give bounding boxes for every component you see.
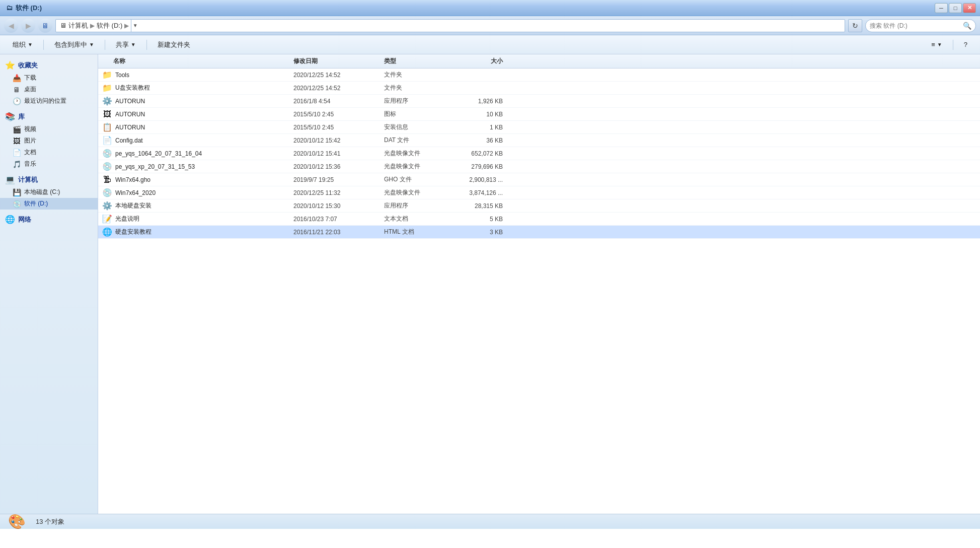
- window-icon: 🗂: [6, 4, 13, 12]
- search-input[interactable]: [870, 22, 959, 29]
- sidebar-header-favorites[interactable]: ⭐ 收藏夹: [0, 58, 98, 72]
- sidebar-item-local-c-label: 本地磁盘 (C:): [24, 188, 60, 196]
- sidebar-item-desktop[interactable]: 🖥 桌面: [0, 84, 98, 95]
- table-row[interactable]: 🖼 AUTORUN 2015/5/10 2:45 图标 10 KB: [98, 108, 980, 121]
- back-button[interactable]: ◀: [4, 19, 18, 33]
- view-dropdown-icon: ▼: [937, 42, 942, 47]
- forward-button[interactable]: ▶: [21, 19, 35, 33]
- file-cell-size: 652,072 KB: [450, 150, 511, 157]
- table-row[interactable]: 🌐 硬盘安装教程 2016/11/21 22:03 HTML 文档 3 KB: [98, 226, 980, 239]
- sidebar-item-software-d-label: 软件 (D:): [24, 199, 48, 208]
- table-row[interactable]: 🗜 Win7x64.gho 2019/9/7 19:25 GHO 文件 2,90…: [98, 173, 980, 186]
- file-name: 本地硬盘安装: [115, 201, 152, 210]
- table-row[interactable]: 📁 U盘安装教程 2020/12/25 14:52 文件夹: [98, 82, 980, 95]
- view-icon: ≡: [931, 41, 935, 48]
- file-cell-date: 2020/12/25 11:32: [289, 189, 380, 196]
- sidebar-item-document[interactable]: 📄 文档: [0, 147, 98, 158]
- up-button[interactable]: 🖥: [38, 19, 52, 33]
- file-icon: ⚙️: [102, 201, 112, 211]
- sidebar-item-music[interactable]: 🎵 音乐: [0, 158, 98, 170]
- file-name: 硬盘安装教程: [115, 228, 152, 236]
- search-icon[interactable]: 🔍: [962, 21, 971, 30]
- file-cell-date: 2015/5/10 2:45: [289, 111, 380, 118]
- file-icon: ⚙️: [102, 96, 112, 106]
- col-header-size[interactable]: 大小: [450, 57, 511, 65]
- sidebar-item-video[interactable]: 🎬 视频: [0, 123, 98, 135]
- maximize-button[interactable]: □: [949, 3, 962, 13]
- file-icon: 📄: [102, 135, 112, 146]
- table-row[interactable]: 📝 光盘说明 2016/10/23 7:07 文本文档 5 KB: [98, 213, 980, 226]
- file-icon: 🗜: [102, 175, 112, 185]
- software-d-icon: 💿: [12, 200, 21, 208]
- sidebar-item-picture[interactable]: 🖼 图片: [0, 135, 98, 147]
- table-row[interactable]: 💿 pe_yqs_xp_20_07_31_15_53 2020/10/12 15…: [98, 160, 980, 173]
- toolbar-right: ≡ ▼ ?: [925, 38, 974, 52]
- address-path[interactable]: 🖥 计算机 ▶ 软件 (D:) ▶ ▼: [55, 19, 845, 32]
- file-name: Tools: [115, 72, 129, 79]
- close-button[interactable]: ✕: [963, 3, 976, 13]
- sidebar-header-library[interactable]: 📚 库: [0, 110, 98, 123]
- sidebar-section-computer: 💻 计算机 💾 本地磁盘 (C:) 💿 软件 (D:): [0, 173, 98, 210]
- file-name: Win7x64.gho: [115, 176, 150, 183]
- file-cell-size: 1 KB: [450, 124, 511, 131]
- include-library-button[interactable]: 包含到库中 ▼: [48, 38, 101, 52]
- table-row[interactable]: 💿 pe_yqs_1064_20_07_31_16_04 2020/10/12 …: [98, 147, 980, 160]
- sidebar-item-software-d[interactable]: 💿 软件 (D:): [0, 198, 98, 210]
- file-cell-type: 光盘映像文件: [380, 149, 450, 158]
- col-header-date[interactable]: 修改日期: [289, 57, 380, 65]
- share-button[interactable]: 共享 ▼: [109, 38, 142, 52]
- file-cell-size: 3,874,126 ...: [450, 189, 511, 196]
- sidebar-item-video-label: 视频: [24, 125, 36, 133]
- video-icon: 🎬: [12, 125, 21, 133]
- library-icon: 📚: [5, 112, 15, 121]
- sidebar-item-recent[interactable]: 🕐 最近访问的位置: [0, 95, 98, 107]
- file-name: pe_yqs_xp_20_07_31_15_53: [115, 163, 195, 170]
- table-row[interactable]: 📄 Config.dat 2020/10/12 15:42 DAT 文件 36 …: [98, 134, 980, 147]
- refresh-button[interactable]: ↻: [848, 19, 862, 32]
- table-row[interactable]: ⚙️ AUTORUN 2016/1/8 4:54 应用程序 1,926 KB: [98, 95, 980, 108]
- help-button[interactable]: ?: [957, 38, 974, 52]
- file-cell-type: HTML 文档: [380, 228, 450, 236]
- file-icon: 📁: [102, 70, 112, 80]
- desktop-icon: 🖥: [12, 86, 21, 94]
- sidebar-section-network: 🌐 网络: [0, 213, 98, 226]
- title-bar-left: 🗂 软件 (D:): [6, 4, 42, 13]
- file-cell-size: 36 KB: [450, 137, 511, 144]
- new-folder-button[interactable]: 新建文件夹: [151, 38, 197, 52]
- table-row[interactable]: 💿 Win7x64_2020 2020/12/25 11:32 光盘映像文件 3…: [98, 186, 980, 199]
- organize-button[interactable]: 组织 ▼: [6, 38, 39, 52]
- address-bar: ◀ ▶ 🖥 🖥 计算机 ▶ 软件 (D:) ▶ ▼ ↻ 🔍: [0, 16, 980, 35]
- col-header-name[interactable]: 名称: [98, 57, 289, 65]
- file-cell-name: 📋 AUTORUN: [98, 122, 289, 132]
- table-row[interactable]: 📋 AUTORUN 2015/5/10 2:45 安装信息 1 KB: [98, 121, 980, 134]
- favorites-icon: ⭐: [5, 60, 15, 70]
- file-name: AUTORUN: [115, 111, 145, 118]
- file-cell-name: 🗜 Win7x64.gho: [98, 175, 289, 185]
- sidebar: ⭐ 收藏夹 📥 下载 🖥 桌面 🕐 最近访问的位置 📚 库: [0, 54, 98, 514]
- file-cell-type: 文件夹: [380, 84, 450, 92]
- file-name: pe_yqs_1064_20_07_31_16_04: [115, 150, 202, 157]
- table-row[interactable]: ⚙️ 本地硬盘安装 2020/10/12 15:30 应用程序 28,315 K…: [98, 199, 980, 213]
- path-dropdown-arrow[interactable]: ▼: [131, 19, 139, 32]
- view-button[interactable]: ≡ ▼: [925, 38, 949, 52]
- file-cell-name: ⚙️ AUTORUN: [98, 96, 289, 106]
- sidebar-item-local-c[interactable]: 💾 本地磁盘 (C:): [0, 186, 98, 198]
- organize-label: 组织: [13, 40, 26, 49]
- sidebar-item-document-label: 文档: [24, 148, 36, 157]
- file-icon: 🖼: [102, 109, 112, 119]
- file-cell-name: 💿 Win7x64_2020: [98, 188, 289, 198]
- sidebar-header-network[interactable]: 🌐 网络: [0, 213, 98, 226]
- file-cell-date: 2016/10/23 7:07: [289, 216, 380, 223]
- minimize-button[interactable]: ─: [935, 3, 948, 13]
- library-label: 库: [18, 112, 25, 121]
- sidebar-header-computer[interactable]: 💻 计算机: [0, 173, 98, 186]
- table-row[interactable]: 📁 Tools 2020/12/25 14:52 文件夹: [98, 68, 980, 82]
- file-cell-size: 5 KB: [450, 216, 511, 223]
- file-cell-date: 2020/12/25 14:52: [289, 72, 380, 79]
- search-box: 🔍: [865, 19, 976, 32]
- sidebar-item-download[interactable]: 📥 下载: [0, 72, 98, 84]
- help-icon: ?: [964, 41, 967, 48]
- col-header-type[interactable]: 类型: [380, 57, 450, 65]
- file-cell-date: 2020/12/25 14:52: [289, 85, 380, 92]
- status-app-icon: 🎨: [8, 513, 26, 530]
